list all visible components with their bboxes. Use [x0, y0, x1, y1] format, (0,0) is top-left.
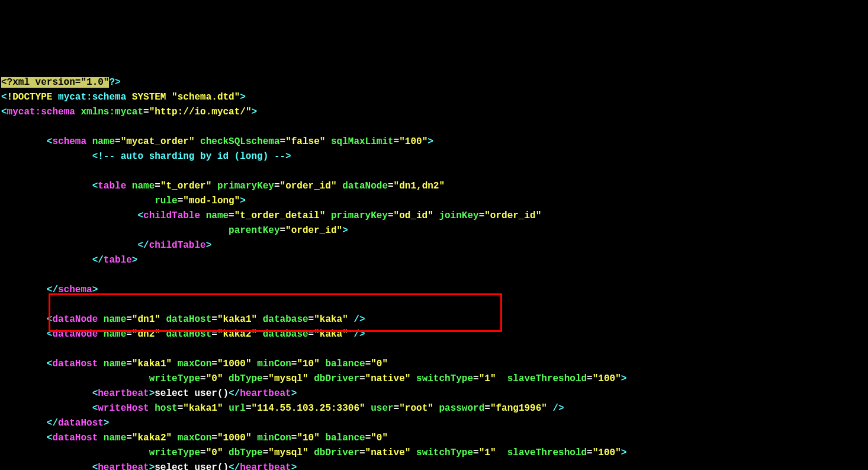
code-line: <childTable name="t_order_detail" primar… [1, 210, 541, 221]
blank-line [1, 166, 7, 177]
blank-line [1, 122, 7, 132]
code-line: <heartbeat>select user()</heartbeat> [1, 462, 297, 470]
element-datahost: dataHost [52, 359, 98, 369]
code-line: </schema> [1, 284, 98, 295]
code-line: <mycat:schema xmlns:mycat="http://io.myc… [1, 107, 257, 117]
code-line-highlighted: <dataNode name="dn1" dataHost="kaka1" da… [1, 314, 365, 325]
code-line: <dataHost name="kaka1" maxCon="1000" min… [1, 359, 388, 369]
code-line: <schema name="mycat_order" checkSQLschem… [1, 136, 433, 147]
element-childtable: childTable [143, 210, 200, 221]
code-line: writeType="0" dbType="mysql" dbDriver="n… [1, 447, 626, 458]
xml-code-viewer: <?xml version="1.0"?> <!DOCTYPE mycat:sc… [1, 60, 868, 470]
code-line: parentKey="order_id"> [1, 225, 348, 236]
code-line: <?xml version="1.0"?> [1, 77, 121, 88]
element-schema: schema [52, 136, 86, 147]
xml-declaration: <?xml version="1.0" [1, 77, 109, 88]
blank-line [1, 344, 7, 354]
code-line: <heartbeat>select user()</heartbeat> [1, 388, 297, 399]
element-datanode: dataNode [52, 329, 98, 340]
element-heartbeat: heartbeat [98, 388, 149, 399]
element-table: table [98, 181, 126, 191]
code-line: rule="mod-long"> [1, 196, 246, 206]
element-writehost: writeHost [98, 403, 149, 414]
element-datahost: dataHost [52, 433, 98, 443]
code-line: </dataHost> [1, 418, 109, 429]
blank-line [1, 270, 7, 280]
code-line: <table name="t_order" primaryKey="order_… [1, 181, 445, 191]
blank-line [1, 299, 7, 310]
code-line: <dataHost name="kaka2" maxCon="1000" min… [1, 433, 388, 443]
highlight-rectangle [49, 293, 502, 332]
element-datanode: dataNode [52, 314, 98, 325]
code-line-highlighted: <dataNode name="dn2" dataHost="kaka2" da… [1, 329, 365, 340]
comment: <!-- auto sharding by id (long) --> [92, 151, 291, 162]
element-root: mycat:schema [7, 107, 75, 117]
code-line: <!-- auto sharding by id (long) --> [1, 151, 291, 162]
code-line: </table> [1, 255, 137, 266]
code-line: <writeHost host="kaka1" url="114.55.103.… [1, 403, 564, 414]
code-line: </childTable> [1, 240, 211, 251]
doctype-keyword: !DOCTYPE [7, 92, 53, 103]
code-line: <!DOCTYPE mycat:schema SYSTEM "schema.dt… [1, 92, 246, 103]
code-line: writeType="0" dbType="mysql" dbDriver="n… [1, 373, 626, 384]
element-heartbeat: heartbeat [98, 462, 149, 470]
